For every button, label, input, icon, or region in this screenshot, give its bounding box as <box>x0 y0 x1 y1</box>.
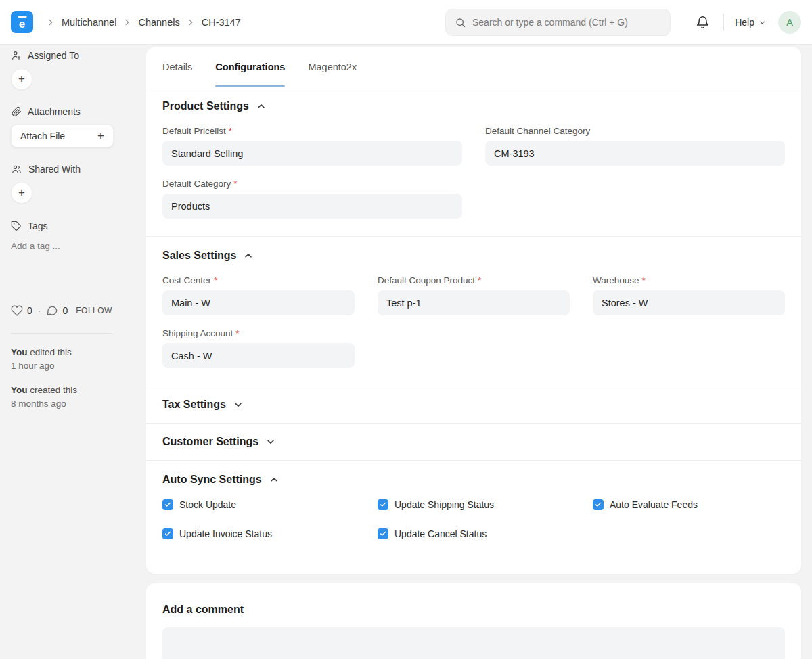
section-customer-settings-toggle[interactable]: Customer Settings <box>162 436 785 448</box>
engagement-row: 0 · 0 FOLLOW <box>11 304 112 317</box>
navbar: e Multichannel Channels CH-3147 Help <box>0 0 812 45</box>
activity-entry: You created this 8 months ago <box>11 384 77 411</box>
required-mark: * <box>642 275 646 286</box>
checkbox-label: Stock Update <box>179 499 236 510</box>
comments-count: 0 <box>62 305 68 316</box>
comment-input[interactable] <box>162 627 785 659</box>
cost-center-input[interactable]: Main - W <box>162 290 355 315</box>
required-mark: * <box>214 275 217 286</box>
divider <box>723 14 724 31</box>
section-product-settings-toggle[interactable]: Product Settings <box>162 100 785 112</box>
bell-icon[interactable] <box>693 13 713 32</box>
tab-configurations[interactable]: Configurations <box>215 47 285 87</box>
heart-icon[interactable] <box>11 304 23 317</box>
comment-title: Add a comment <box>162 604 785 616</box>
chevron-down-icon <box>759 19 766 26</box>
default-coupon-product-input[interactable]: Test p-1 <box>378 290 570 315</box>
field-cost-center: Cost Center* Main - W <box>162 275 355 315</box>
activity-action: edited this <box>28 347 72 357</box>
checkbox-update-cancel-status[interactable]: Update Cancel Status <box>378 528 570 539</box>
add-share-button[interactable]: + <box>11 182 32 204</box>
section-auto-sync-settings-toggle[interactable]: Auto Sync Settings <box>162 474 785 486</box>
checkbox-stock-update[interactable]: Stock Update <box>162 499 355 510</box>
checked-checkbox-icon <box>378 528 388 539</box>
checkbox-label: Update Shipping Status <box>394 499 494 510</box>
field-label: Warehouse <box>593 275 639 286</box>
activity-actor: You <box>11 347 28 357</box>
field-label: Default Category <box>162 179 231 189</box>
chevron-up-icon <box>256 101 266 111</box>
checkbox-update-shipping-status[interactable]: Update Shipping Status <box>378 499 570 510</box>
checkbox-label: Update Cancel Status <box>394 528 487 539</box>
plus-icon: + <box>97 129 104 143</box>
assigned-to-label: Assigned To <box>28 50 79 61</box>
breadcrumb-item-channels[interactable]: Channels <box>138 17 179 28</box>
tags-label: Tags <box>28 221 48 231</box>
section-title: Tax Settings <box>162 399 226 411</box>
app-logo-icon[interactable]: e <box>11 11 33 33</box>
field-default-coupon-product: Default Coupon Product* Test p-1 <box>378 275 570 315</box>
chevron-up-icon <box>244 251 253 260</box>
comment-bubble-icon[interactable] <box>46 304 58 317</box>
follow-button[interactable]: FOLLOW <box>76 306 112 315</box>
attachments-label: Attachments <box>28 106 81 117</box>
section-sales-settings: Sales Settings Cost Center* Main - W Def… <box>146 237 801 386</box>
activity-actor: You <box>11 385 28 395</box>
tab-magento2x[interactable]: Magento2x <box>308 47 357 87</box>
global-search[interactable] <box>445 9 671 36</box>
two-people-icon <box>11 164 22 175</box>
add-assignment-button[interactable]: + <box>11 68 32 90</box>
section-tax-settings-toggle[interactable]: Tax Settings <box>162 399 785 411</box>
breadcrumb-item-multichannel[interactable]: Multichannel <box>62 17 116 28</box>
default-channel-category-input[interactable]: CM-3193 <box>485 141 785 166</box>
search-input[interactable] <box>472 17 661 28</box>
dot-separator: · <box>38 305 41 316</box>
attachments-heading: Attachments <box>11 106 81 117</box>
form-card: Details Configurations Magento2x Product… <box>146 47 801 574</box>
checkbox-update-invoice-status[interactable]: Update Invoice Status <box>162 528 355 539</box>
add-tag-input[interactable]: Add a tag ... <box>11 241 60 251</box>
tag-icon <box>11 221 22 231</box>
required-mark: * <box>229 126 232 136</box>
help-label: Help <box>735 17 754 28</box>
checked-checkbox-icon <box>162 499 173 510</box>
plus-icon: + <box>18 186 25 200</box>
tab-details[interactable]: Details <box>162 47 192 87</box>
field-label: Shipping Account <box>162 328 233 338</box>
field-default-channel-category: Default Channel Category CM-3193 <box>485 126 785 166</box>
activity-entry: You edited this 1 hour ago <box>11 346 72 373</box>
assigned-to-heading: Assigned To <box>11 50 79 61</box>
chevron-down-icon <box>233 400 243 409</box>
default-pricelist-input[interactable]: Standard Selling <box>162 141 462 166</box>
default-category-input[interactable]: Products <box>162 194 462 219</box>
plus-icon: + <box>18 72 25 86</box>
section-sales-settings-toggle[interactable]: Sales Settings <box>162 250 785 262</box>
chevron-right-icon <box>46 18 55 27</box>
help-menu[interactable]: Help <box>735 17 766 28</box>
field-label: Default Channel Category <box>485 126 590 136</box>
shipping-account-input[interactable]: Cash - W <box>162 343 355 368</box>
section-product-settings: Product Settings Default Pricelist* Stan… <box>146 87 801 236</box>
section-title: Customer Settings <box>162 436 258 448</box>
field-warehouse: Warehouse* Stores - W <box>593 275 785 315</box>
field-default-pricelist: Default Pricelist* Standard Selling <box>162 126 462 166</box>
checkbox-label: Auto Evaluate Feeds <box>610 499 698 510</box>
checkbox-auto-evaluate-feeds[interactable]: Auto Evaluate Feeds <box>593 499 785 510</box>
search-icon <box>455 17 466 28</box>
section-customer-settings: Customer Settings <box>146 424 801 460</box>
activity-time: 1 hour ago <box>11 359 72 373</box>
warehouse-input[interactable]: Stores - W <box>593 290 785 315</box>
attach-file-button[interactable]: Attach File + <box>11 124 114 147</box>
breadcrumb-item-current: CH-3147 <box>202 17 241 28</box>
activity-action: created this <box>28 385 78 395</box>
field-label: Cost Center <box>162 275 211 286</box>
shared-with-label: Shared With <box>28 164 81 175</box>
sidebar-divider <box>11 333 112 334</box>
avatar[interactable]: A <box>778 11 801 34</box>
chevron-right-icon <box>122 18 132 27</box>
section-tax-settings: Tax Settings <box>146 386 801 423</box>
chevron-up-icon <box>269 475 279 484</box>
required-mark: * <box>235 328 239 338</box>
field-shipping-account: Shipping Account* Cash - W <box>162 328 355 368</box>
checked-checkbox-icon <box>378 499 388 510</box>
